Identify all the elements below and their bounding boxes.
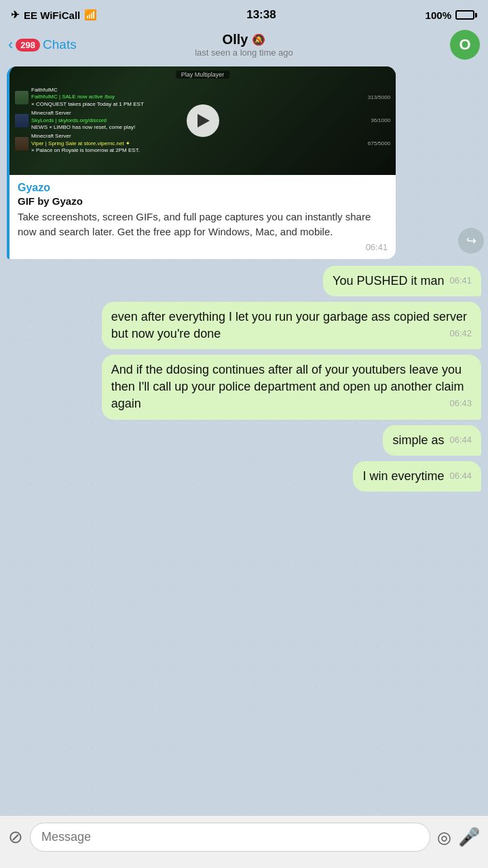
emoji-icon[interactable]: ◎ <box>437 828 451 847</box>
status-time: 13:38 <box>246 8 276 22</box>
status-left: ✈ EE WiFiCall 📶 <box>11 9 97 21</box>
chat-header: ‹ 298 Chats Olly 🔕 last seen a long time… <box>0 27 488 66</box>
mute-icon: 🔕 <box>252 33 265 46</box>
carrier-label: EE WiFiCall <box>24 9 80 21</box>
message-time: 06:44 <box>449 471 472 481</box>
last-seen-status: last seen a long time ago <box>195 47 293 58</box>
list-item: I win everytime 06:44 <box>7 461 481 492</box>
message-text: You PUSHED it man <box>333 274 444 288</box>
wifi-icon: 📶 <box>84 9 97 21</box>
outgoing-bubble: even after everything I let you run your… <box>102 302 481 349</box>
outgoing-bubble: I win everytime 06:44 <box>353 461 481 492</box>
forward-button[interactable]: ↪ <box>458 228 484 254</box>
back-arrow-icon: ‹ <box>8 36 13 54</box>
message-input[interactable] <box>30 823 430 852</box>
link-preview: Gyazo GIF by Gyazo Take screenshots, scr… <box>10 175 396 259</box>
message-time: 06:42 <box>449 328 472 338</box>
message-time: 06:41 <box>18 242 388 252</box>
battery-label: 100% <box>426 9 451 21</box>
play-button[interactable] <box>187 104 219 137</box>
outgoing-bubble: simple as 06:44 <box>383 425 481 456</box>
link-title: GIF by Gyazo <box>18 195 388 207</box>
table-row: Play Multiplayer FaithfulMC FaithfulMC |… <box>7 66 481 260</box>
chat-area: Play Multiplayer FaithfulMC FaithfulMC |… <box>0 66 488 812</box>
unread-badge: 298 <box>16 39 40 52</box>
contact-name[interactable]: Olly 🔕 <box>195 32 293 47</box>
battery-icon <box>455 10 477 20</box>
video-thumbnail[interactable]: Play Multiplayer FaithfulMC FaithfulMC |… <box>10 66 396 175</box>
message-text: simple as <box>392 433 444 447</box>
header-center: Olly 🔕 last seen a long time ago <box>195 32 293 58</box>
message-text: even after everything I let you run your… <box>111 310 467 340</box>
back-label: Chats <box>43 37 77 52</box>
outgoing-bubble: And if the ddosing continues after all o… <box>102 355 481 420</box>
media-message-bubble[interactable]: Play Multiplayer FaithfulMC FaithfulMC |… <box>7 66 396 259</box>
list-item: And if the ddosing continues after all o… <box>7 355 481 420</box>
message-time: 06:41 <box>449 275 472 285</box>
message-time: 06:44 <box>449 435 472 445</box>
avatar[interactable]: O <box>450 30 480 60</box>
list-item: even after everything I let you run your… <box>7 302 481 349</box>
status-right: 100% <box>426 9 477 21</box>
link-brand[interactable]: Gyazo <box>18 182 388 194</box>
attach-icon[interactable]: ⊘ <box>8 827 23 848</box>
mic-icon[interactable]: 🎤 <box>458 827 480 848</box>
input-bar: ⊘ ◎ 🎤 <box>0 815 488 868</box>
message-text: I win everytime <box>362 469 444 483</box>
airplane-icon: ✈ <box>11 9 20 21</box>
status-bar: ✈ EE WiFiCall 📶 13:38 100% <box>0 0 488 27</box>
video-label: Play Multiplayer <box>176 71 230 79</box>
message-text: And if the ddosing continues after all o… <box>111 363 464 410</box>
back-button[interactable]: ‹ 298 Chats <box>8 36 77 54</box>
link-description: Take screenshots, screen GIFs, and full … <box>18 210 388 239</box>
list-item: simple as 06:44 <box>7 425 481 456</box>
list-item: You PUSHED it man 06:41 <box>7 266 481 296</box>
message-time: 06:43 <box>449 398 472 408</box>
outgoing-bubble: You PUSHED it man 06:41 <box>323 266 481 296</box>
